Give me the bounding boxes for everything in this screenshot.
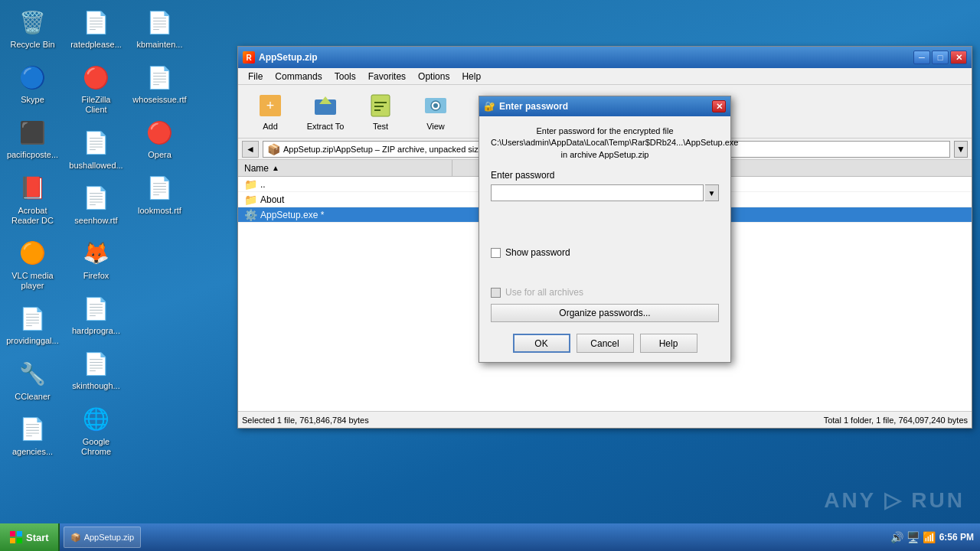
opera-icon: 🔴 — [145, 117, 175, 148]
vlc-label: VLC media player — [7, 271, 58, 291]
menu-help[interactable]: Help — [456, 70, 487, 83]
volume-icon: 🔊 — [890, 531, 903, 543]
acrobat-label: Acrobat Reader DC — [7, 206, 58, 226]
svg-rect-13 — [10, 538, 15, 543]
extract-to-icon — [312, 92, 339, 119]
desktop-icon-providing[interactable]: 📄 providinggal... — [4, 300, 61, 349]
desktop-icon-skinthough[interactable]: 📄 skinthough... — [67, 345, 125, 394]
menu-options[interactable]: Options — [412, 70, 456, 83]
dialog-input-row: ▼ — [491, 184, 719, 201]
toolbar-extract-to-button[interactable]: Extract To — [299, 88, 351, 135]
show-password-label: Show password — [505, 247, 570, 258]
use-for-all-label: Use for all archives — [505, 287, 583, 298]
dialog-help-button[interactable]: Help — [640, 334, 697, 353]
desktop-icon-rated[interactable]: 📄 ratedplease... — [67, 4, 125, 53]
svg-point-7 — [433, 103, 438, 108]
whoseissue-label: whoseissue.rtf — [132, 95, 186, 105]
folder-icon: 📁 — [244, 178, 257, 191]
desktop-icon-whoseissue[interactable]: 📄 whoseissue.rtf — [131, 59, 188, 108]
col-header-name[interactable]: Name ▲ — [238, 160, 452, 176]
desktop-icon-lookmost[interactable]: 📄 lookmost.rtf — [131, 170, 188, 219]
app-icon: ⚙️ — [244, 209, 257, 221]
kbmaint-icon: 📄 — [145, 7, 175, 37]
svg-rect-11 — [10, 531, 15, 536]
start-button[interactable]: Start — [0, 523, 60, 551]
desktop-icon-ccleaner[interactable]: 🔧 CCleaner — [4, 356, 61, 405]
menu-tools[interactable]: Tools — [328, 70, 362, 83]
winrar-close-button[interactable]: ✕ — [950, 51, 967, 64]
winrar-app-icon: R — [243, 51, 255, 64]
use-for-all-checkbox[interactable] — [491, 288, 501, 298]
windows-logo-icon — [9, 530, 23, 544]
dialog-close-button[interactable]: ✕ — [712, 100, 726, 112]
svg-text:+: + — [266, 98, 275, 113]
desktop-icon-hardprog[interactable]: 📄 hardprogra... — [67, 290, 125, 339]
desktop-icon-seenhow[interactable]: 📄 seenhow.rtf — [67, 180, 125, 229]
desktop-icon-kbmaint[interactable]: 📄 kbmainten... — [131, 4, 188, 53]
winrar-minimize-button[interactable]: ─ — [913, 51, 930, 64]
menu-favorites[interactable]: Favorites — [362, 70, 412, 83]
organize-passwords-button[interactable]: Organize passwords... — [491, 304, 719, 322]
desktop-icon-vlc[interactable]: 🟠 VLC media player — [4, 235, 61, 294]
filezilla-label: FileZilla Client — [70, 95, 122, 115]
show-password-checkbox[interactable] — [491, 248, 501, 258]
desktop-icon-chrome[interactable]: 🌐 Google Chrome — [67, 401, 125, 460]
desktop-icon-pacific[interactable]: ⬛ pacificposte... — [4, 114, 61, 163]
address-back-button[interactable]: ◄ — [242, 141, 259, 158]
menu-file[interactable]: File — [242, 70, 269, 83]
start-label: Start — [26, 532, 49, 543]
lookmost-icon: 📄 — [145, 173, 175, 204]
desktop-icon-firefox[interactable]: 🦊 Firefox — [67, 235, 125, 284]
winrar-title-text: AppSetup.zip — [259, 52, 318, 63]
dialog-info-line3: in archive AppSetup.zip — [561, 150, 649, 159]
desktop-icon-opera[interactable]: 🔴 Opera — [131, 114, 188, 163]
firefox-icon: 🦊 — [81, 238, 112, 269]
toolbar-view-button[interactable]: View — [410, 88, 462, 135]
desktop-icon-recycle-bin[interactable]: 🗑️ Recycle Bin — [4, 4, 61, 53]
taskbar-clock: 6:56 PM — [939, 532, 974, 543]
desktop-icons: 🗑️ Recycle Bin 🔵 Skype ⬛ pacificposte...… — [4, 4, 176, 509]
taskbar-right: 🔊 🖥️ 📶 6:56 PM — [884, 531, 980, 543]
toolbar-view-label: View — [426, 122, 445, 131]
dialog-info-line2: C:\Users\admin\AppData\Local\Temp\Rar$DR… — [491, 138, 738, 147]
desktop-icon-filezilla[interactable]: 🔴 FileZilla Client — [67, 59, 125, 118]
agencies-label: agencies... — [12, 447, 53, 457]
hardprog-label: hardprogra... — [72, 326, 120, 336]
providing-icon: 📄 — [18, 303, 48, 334]
pacific-label: pacificposte... — [7, 150, 58, 160]
winrar-maximize-button[interactable]: □ — [932, 51, 949, 64]
hardprog-icon: 📄 — [81, 293, 112, 324]
password-dropdown-button[interactable]: ▼ — [705, 184, 719, 201]
whoseissue-icon: 📄 — [145, 62, 175, 93]
winrar-title-buttons: ─ □ ✕ — [913, 51, 967, 64]
dialog-ok-button[interactable]: OK — [513, 334, 570, 353]
dialog-cancel-button[interactable]: Cancel — [577, 334, 634, 353]
skype-label: Skype — [21, 95, 44, 105]
chrome-label: Google Chrome — [70, 437, 122, 457]
anyrun-watermark: ANY ▷ RUN — [824, 487, 965, 513]
toolbar-extract-label: Extract To — [307, 122, 345, 131]
winrar-title-left: R AppSetup.zip — [243, 51, 318, 64]
opera-label: Opera — [148, 150, 172, 160]
menu-commands[interactable]: Commands — [269, 70, 328, 83]
desktop-icon-skype[interactable]: 🔵 Skype — [4, 59, 61, 108]
taskbar: Start 📦 AppSetup.zip 🔊 🖥️ 📶 6:56 PM — [0, 523, 980, 551]
svg-rect-12 — [17, 531, 22, 536]
winrar-menu: File Commands Tools Favorites Options He… — [238, 68, 972, 85]
desktop-icon-acrobat[interactable]: 📕 Acrobat Reader DC — [4, 170, 61, 229]
use-for-all-row: Use for all archives — [491, 287, 719, 298]
toolbar-test-label: Test — [373, 122, 388, 131]
taskbar-task-winrar[interactable]: 📦 AppSetup.zip — [64, 527, 141, 548]
desktop: 🗑️ Recycle Bin 🔵 Skype ⬛ pacificposte...… — [0, 0, 980, 551]
file-name-cell: 📁 About — [238, 192, 452, 207]
toolbar-test-button[interactable]: Test — [354, 88, 407, 135]
busallow-label: bushallowed... — [69, 161, 122, 171]
agencies-icon: 📄 — [18, 414, 48, 445]
desktop-icon-busallow[interactable]: 📄 bushallowed... — [67, 125, 125, 174]
file-name-cell: ⚙️ AppSetup.exe * — [238, 207, 452, 222]
recycle-bin-label: Recycle Bin — [10, 40, 54, 50]
desktop-icon-agencies[interactable]: 📄 agencies... — [4, 411, 61, 460]
toolbar-add-button[interactable]: + Add — [244, 88, 296, 135]
address-dropdown-button[interactable]: ▼ — [954, 141, 968, 158]
password-input[interactable] — [491, 184, 704, 201]
